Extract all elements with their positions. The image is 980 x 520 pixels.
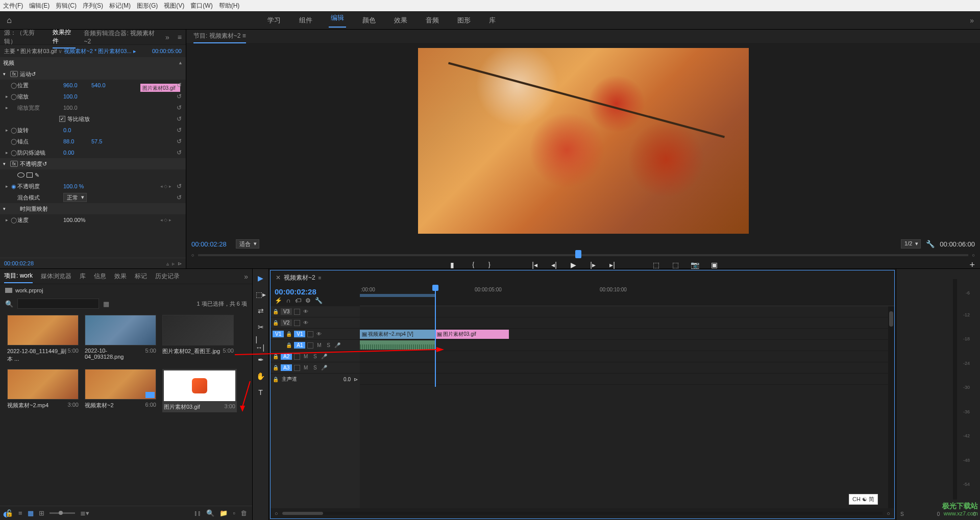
- project-item[interactable]: 视频素材~26:00: [85, 369, 156, 412]
- track-master[interactable]: [360, 374, 894, 385]
- reset-icon[interactable]: ↺: [31, 71, 36, 78]
- sync-lock-icon[interactable]: [307, 331, 313, 337]
- eye-icon[interactable]: 👁: [302, 320, 309, 326]
- fx-sequence-link[interactable]: 视频素材~2 * 图片素材03...: [64, 47, 131, 55]
- fx-position-x[interactable]: 960.0: [63, 82, 86, 88]
- playhead-icon[interactable]: [575, 250, 581, 258]
- reset-icon[interactable]: ↺: [177, 127, 182, 134]
- expand-icon[interactable]: ▸: [3, 105, 10, 110]
- reset-icon[interactable]: ↺: [177, 194, 182, 201]
- work-area-bar[interactable]: [360, 294, 435, 297]
- export-frame-button[interactable]: 📷: [690, 261, 700, 269]
- go-to-in-button[interactable]: |◂: [530, 261, 540, 269]
- panel-menu-icon[interactable]: ≡: [242, 30, 246, 41]
- reset-icon[interactable]: ↺: [177, 115, 182, 122]
- settings-icon[interactable]: 🔧: [926, 240, 935, 248]
- reset-icon[interactable]: ↺: [177, 183, 182, 190]
- workspace-effects[interactable]: 效果: [392, 16, 409, 25]
- program-timecode[interactable]: 00:00:02:28: [191, 240, 227, 248]
- fx-anchor-y[interactable]: 57.5: [91, 138, 102, 144]
- collapse-icon[interactable]: ▲: [178, 60, 183, 65]
- menu-clip[interactable]: 剪辑(C): [56, 2, 77, 10]
- expand-icon[interactable]: ▾: [3, 206, 10, 211]
- tab-markers[interactable]: 标记: [135, 270, 147, 283]
- reset-icon[interactable]: ↺: [42, 161, 47, 167]
- fx-opacity-value[interactable]: 100.0 %: [63, 183, 86, 189]
- selection-tool[interactable]: ▶: [256, 273, 266, 283]
- timeline-clip-video[interactable]: fx视频素材~2.mp4 [V]: [360, 330, 435, 339]
- source-patch[interactable]: V1: [273, 331, 284, 337]
- filter-icon[interactable]: ▦: [103, 300, 109, 308]
- track-a3[interactable]: [360, 362, 894, 374]
- track-header-v1[interactable]: V1 🔒 V1 👁: [271, 329, 360, 340]
- pen-tool[interactable]: ✒: [256, 355, 266, 365]
- expand-icon[interactable]: ▸: [3, 184, 10, 189]
- solo-button[interactable]: S: [311, 354, 318, 359]
- fx-anchor-x[interactable]: 88.0: [63, 138, 86, 144]
- program-zoom-select[interactable]: 1/2 ▾: [901, 239, 921, 249]
- track-header-v3[interactable]: 🔒 V3 👁: [271, 306, 360, 317]
- reset-icon[interactable]: ↺: [177, 149, 182, 156]
- track-v3[interactable]: [360, 306, 894, 317]
- comparison-button[interactable]: ▣: [709, 261, 720, 269]
- ripple-edit-tool[interactable]: ⇄: [256, 306, 266, 316]
- menu-help[interactable]: 帮助(H): [219, 2, 240, 10]
- master-track-header[interactable]: 🔒 主声道 0.0 ⊳: [271, 374, 360, 385]
- stopwatch-icon[interactable]: ◯: [10, 138, 17, 145]
- menu-graphics[interactable]: 图形(G): [137, 2, 158, 10]
- project-item[interactable]: 2022-12-08_111449_副本 ...5:00: [7, 315, 79, 363]
- sort-icon[interactable]: ≣▾: [80, 509, 89, 517]
- project-item-selected[interactable]: 图片素材03.gif3:00: [162, 369, 237, 412]
- timeline-clip-gif[interactable]: fx图片素材03.gif: [435, 330, 509, 339]
- lock-icon[interactable]: 🔒: [273, 377, 279, 382]
- lock-icon[interactable]: 🔒: [273, 365, 279, 370]
- reset-icon[interactable]: ↺: [177, 104, 182, 111]
- new-item-icon[interactable]: ▫: [233, 509, 235, 517]
- play-button[interactable]: ▶: [569, 261, 579, 269]
- menu-file[interactable]: 文件(F): [3, 2, 23, 10]
- reset-icon[interactable]: ↺: [177, 138, 182, 145]
- mute-button[interactable]: M: [315, 342, 323, 348]
- stopwatch-icon[interactable]: ◯: [10, 93, 17, 100]
- tab-effects[interactable]: 效果: [114, 270, 127, 283]
- vertical-scrollbar[interactable]: [888, 306, 894, 508]
- fx-motion-section[interactable]: ▾ fx 运动 ↺: [0, 68, 186, 80]
- lock-icon[interactable]: 🔒: [286, 342, 292, 348]
- stopwatch-icon[interactable]: ◯: [10, 150, 17, 156]
- track-header-v2[interactable]: 🔒 V2 👁: [271, 317, 360, 329]
- menu-markers[interactable]: 标记(M): [109, 2, 131, 10]
- expand-icon[interactable]: ▸: [3, 94, 10, 99]
- linked-selection-icon[interactable]: ∩: [286, 297, 291, 304]
- timeline-sequence-name[interactable]: 视频素材~2: [284, 274, 315, 282]
- project-item[interactable]: 2022-10-04_093128.png5:00: [85, 315, 156, 363]
- nav-right-icon[interactable]: ▹: [172, 261, 175, 266]
- track-a2[interactable]: [360, 351, 894, 362]
- program-fit-select[interactable]: 适合 ▾: [236, 239, 259, 249]
- add-marker-button[interactable]: ▮: [447, 261, 457, 269]
- track-a1[interactable]: [360, 340, 894, 351]
- fx-rotation-value[interactable]: 0.0: [63, 127, 86, 133]
- tab-audio-mixer[interactable]: 音频剪辑混合器: 视频素材~2: [84, 27, 157, 47]
- uniform-scale-checkbox[interactable]: ✓: [59, 116, 65, 122]
- sync-lock-icon[interactable]: [294, 354, 300, 360]
- settings-icon[interactable]: ⚙: [305, 297, 311, 304]
- zoom-handle-icon[interactable]: ○: [275, 510, 278, 516]
- track-select-tool[interactable]: ⬚▸: [256, 289, 266, 300]
- panel-menu-icon[interactable]: ≡: [178, 31, 182, 43]
- track-name[interactable]: A2: [281, 353, 292, 360]
- ime-indicator[interactable]: CH ☯ 简: [849, 494, 878, 505]
- type-tool[interactable]: T: [256, 387, 266, 398]
- track-header-a2[interactable]: 🔒 A2 M S 🎤: [271, 351, 360, 362]
- track-name[interactable]: V1: [294, 331, 305, 337]
- fx-speed-value[interactable]: 100.00%: [63, 217, 86, 223]
- expand-icon[interactable]: ▾: [3, 71, 10, 77]
- freeform-view-icon[interactable]: ⊞: [39, 509, 44, 517]
- lock-icon[interactable]: 🔒: [273, 320, 279, 326]
- project-item[interactable]: 视频素材~2.mp43:00: [7, 369, 79, 412]
- nav-up-icon[interactable]: ▵: [166, 261, 169, 266]
- project-item[interactable]: 图片素材02_看图王.jpg5:00: [162, 315, 234, 363]
- voiceover-icon[interactable]: 🎤: [334, 342, 341, 348]
- mute-button[interactable]: M: [302, 365, 309, 370]
- stopwatch-icon[interactable]: ◉: [10, 183, 17, 190]
- go-to-out-button[interactable]: ▸|: [607, 261, 618, 269]
